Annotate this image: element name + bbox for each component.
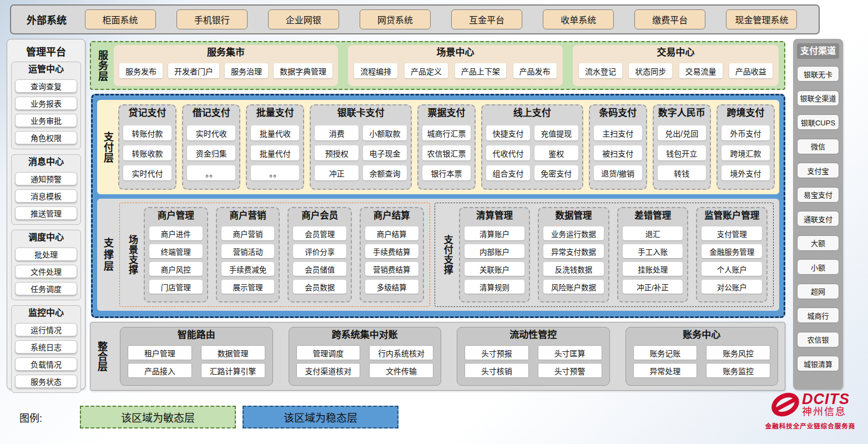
- payment-column: 批量支付批量代收批量代付。。: [246, 104, 304, 190]
- service-item: 产品定义: [405, 63, 448, 78]
- integration-section: 流动性管控头寸预报头寸匡算头寸核销头寸预警: [457, 327, 610, 386]
- support-column-title: 商户营销: [221, 208, 275, 223]
- integration-item: 头寸预报: [465, 345, 529, 360]
- management-item: 查询查复: [15, 79, 77, 93]
- integration-item: 头寸核销: [465, 363, 529, 378]
- payment-item: 预授权: [315, 145, 359, 160]
- support-item: 清算规则: [465, 280, 525, 294]
- management-item: 推送管理: [15, 206, 77, 220]
- integration-section-title: 账务中心: [633, 327, 771, 342]
- external-systems-bar: 外部系统 柜面系统手机银行企业网银网贷系统互金平台收单系统缴费平台现金管理系统: [10, 4, 820, 34]
- channel-item: 银联全渠道: [797, 90, 839, 106]
- support-item: 风险账户数据: [543, 280, 604, 294]
- external-system-box: 互金平台: [451, 9, 522, 29]
- payment-items: 转账付款转账收款实时代付: [123, 120, 171, 185]
- payment-channels-panel: 支付渠道 银联无卡银联全渠道银联CUPS微信支付宝易宝支付通联支付大额小额超网城…: [793, 39, 843, 390]
- integration-section-title: 流动性管控: [465, 327, 602, 342]
- external-system-box: 缴费平台: [634, 9, 705, 29]
- external-system-box: 现金管理系统: [726, 9, 797, 29]
- support-group-label: 场景支撑: [125, 235, 139, 275]
- management-item: 负载情况: [15, 357, 77, 371]
- external-system-box: 柜面系统: [85, 9, 156, 29]
- external-system-box: 收单系统: [543, 9, 614, 29]
- integration-item: 行内系统核对: [369, 345, 433, 360]
- support-item: 手工入账: [623, 244, 683, 258]
- payment-item: 快捷支付: [486, 125, 530, 140]
- payment-item: 跨境汇款: [721, 145, 770, 160]
- channel-item: 银联CUPS: [797, 114, 839, 130]
- support-column-title: 监管账户管理: [702, 208, 762, 223]
- service-blocks: 服务集市服务发布开发者门户服务治理数据字典管理场景中心流程编排产品定义产品上下架…: [114, 45, 779, 86]
- payment-channels-list: 银联无卡银联全渠道银联CUPS微信支付宝易宝支付通联支付大额小额超网城商行农信银…: [797, 66, 839, 371]
- payment-item: 代收代付: [486, 145, 530, 160]
- payment-item: 转钱: [658, 165, 706, 180]
- integration-items: 账务记账账务风控异常处理账务监控: [633, 342, 771, 381]
- integration-items: 头寸预报头寸匡算头寸核销头寸预警: [465, 342, 602, 381]
- channel-item: 大额: [797, 235, 839, 251]
- support-item: 手续费减免: [221, 262, 275, 276]
- support-column-title: 差错管理: [623, 208, 683, 223]
- support-item: 内部账户: [465, 244, 525, 258]
- legend: 图例: 该区域为敏态层 该区域为稳态层: [19, 406, 405, 428]
- payment-column: 贷记支付转账付款转账收款实时代付: [118, 104, 176, 190]
- support-items: 退汇手工入账挂账处理冲正/补正: [623, 223, 683, 297]
- integration-item: 账务记账: [633, 345, 698, 360]
- support-column: 清算管理清算账户内部账户关联账户清算规则: [459, 207, 531, 302]
- support-item: 展示管理: [221, 280, 275, 294]
- integration-section-title: 跨系统集中对账: [296, 327, 434, 342]
- support-item: 营销费结算: [365, 262, 418, 276]
- payment-item: 批量代收: [251, 125, 299, 140]
- integration-item: 异常处理: [633, 363, 698, 378]
- support-layer-label: 支撑层: [100, 238, 115, 273]
- management-group-title: 调度中心: [15, 231, 77, 244]
- payment-item: 主扫支付: [594, 125, 642, 140]
- integration-items: 租户管理数据管理产品接入汇路计算引擎: [128, 342, 265, 381]
- management-item: 任务调度: [15, 282, 77, 295]
- logo-tagline: 金融科技全产业链综合服务商: [760, 421, 860, 430]
- support-group-pay: 支付支撑清算管理清算账户内部账户关联账户清算规则数据管理业务运行数据异常支付数据…: [435, 203, 774, 307]
- management-group-title: 运管中心: [15, 63, 77, 75]
- payment-items: 城商行汇票农信银汇票银行本票: [422, 120, 471, 185]
- legend-agile-layer: 该区域为敏态层: [80, 406, 236, 428]
- support-column: 数据管理业务运行数据异常支付数据反洗钱数据风险账户数据: [538, 207, 609, 302]
- service-block-title: 服务集市: [119, 46, 332, 60]
- management-item: 角色权限: [15, 131, 77, 144]
- management-item: 文件处理: [15, 265, 77, 278]
- service-block: 服务集市服务发布开发者门户服务治理数据字典管理: [114, 45, 338, 86]
- payment-item: 境外支付: [721, 165, 770, 180]
- management-group-title: 消息中心: [15, 156, 77, 168]
- support-items: 商户结算手续费结算营销费结算多级结算: [365, 223, 418, 297]
- support-item: 业务运行数据: [543, 226, 604, 240]
- payment-item: 鉴权: [534, 145, 578, 160]
- payment-item: 小额取款: [363, 125, 407, 140]
- support-column: 差错管理退汇手工入账挂账处理冲正/补正: [617, 207, 689, 302]
- channel-item: 城银清算: [797, 356, 839, 371]
- payment-items: 主扫支付被扫支付退货/撤销: [594, 120, 642, 185]
- payment-item: 转账收款: [123, 145, 171, 160]
- integration-item: 头寸匡算: [538, 345, 602, 360]
- payment-column-title: 贷记支付: [123, 105, 171, 120]
- integration-section: 跨系统集中对账管理调度行内系统核对支付渠道核对文件传输: [289, 327, 442, 386]
- legend-label: 图例:: [19, 410, 42, 425]
- payment-columns: 贷记支付转账付款转账收款实时代付借记支付实时代收资金归集。。批量支付批量代收批量…: [118, 104, 775, 190]
- payment-item: 银行本票: [422, 165, 471, 180]
- logo-text: DCITS 神州信息: [802, 392, 850, 417]
- integration-item: 数据管理: [201, 345, 265, 360]
- integration-layer-label: 整合层: [94, 341, 109, 371]
- support-layer: 支撑层 场景支撑商户管理商户进件终端管理商户风控门店管理商户营销商户营销营销活动…: [97, 199, 779, 311]
- service-item: 服务治理: [225, 63, 268, 78]
- payment-column-title: 借记支付: [187, 105, 235, 120]
- support-item: 商户进件: [149, 226, 203, 240]
- payment-layer-label: 支付层: [100, 132, 115, 163]
- management-group: 消息中心通知预警消息模板推送管理: [11, 154, 81, 225]
- management-panel: 管理平台 运管中心查询查复业务报表业务审批角色权限消息中心通知预警消息模板推送管…: [7, 39, 85, 390]
- support-column-title: 商户管理: [149, 208, 203, 223]
- support-item: 商户结算: [365, 226, 418, 240]
- payment-column: 线上支付快捷支付充值提现代收代付鉴权组合支付免密支付: [481, 104, 583, 190]
- support-items: 清算账户内部账户关联账户清算规则: [465, 223, 525, 297]
- support-item: 冲正/补正: [623, 280, 683, 294]
- service-item: 流水登记: [579, 63, 622, 78]
- payment-column: 数字人民币兑出/兑回钱包开立转钱: [653, 104, 711, 190]
- service-item: 开发者门户: [168, 63, 219, 78]
- channel-item: 易宝支付: [797, 187, 839, 203]
